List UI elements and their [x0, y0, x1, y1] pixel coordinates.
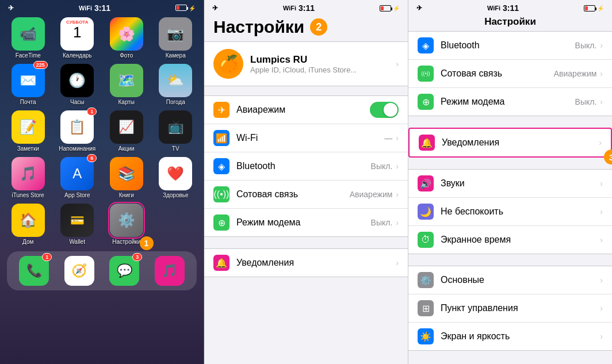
app-camera[interactable]: 📷 Камера — [154, 17, 198, 59]
detail-row-modem[interactable]: ⊕ Режим модема Выкл. › — [408, 88, 612, 116]
appstore-label: App Store — [64, 192, 90, 199]
detail-row-notif-highlighted[interactable]: 🔔 Уведомления › — [410, 129, 611, 156]
dock-music[interactable]: 🎵 — [155, 256, 185, 286]
detail-row-dnd[interactable]: 🌙 Не беспокоить › — [408, 198, 612, 226]
bluetooth-chevron: › — [396, 162, 399, 171]
stocks-icon: 📈 — [118, 120, 134, 135]
detail-group-notif-highlighted: 🔔 Уведомления › — [408, 128, 612, 158]
tv-label: TV — [172, 145, 179, 152]
calendar-date: 1 — [73, 25, 81, 40]
app-stocks[interactable]: 📈 Акции — [104, 110, 149, 152]
app-books[interactable]: 📚 Книги — [104, 157, 149, 199]
weather-label: Погода — [166, 99, 185, 106]
settings-row-cellular[interactable]: ((•)) Сотовая связь Авиарежим › — [204, 181, 408, 209]
detail-modem-chevron: › — [600, 97, 603, 106]
time-home: 3:11 — [94, 3, 110, 13]
time-p3: 3:11 — [503, 3, 519, 13]
app-clock[interactable]: 🕐 Часы — [55, 64, 100, 106]
detail-sound-chevron: › — [600, 179, 603, 188]
dock-messages[interactable]: 💬 3 — [109, 256, 139, 286]
detail-scroll[interactable]: ◈ Bluetooth Выкл. › ((•)) Сотовая связь … — [408, 31, 612, 364]
status-bar-settings: ✈ WiFi 3:11 ⚡ — [204, 0, 408, 14]
airplane-icon-p3: ✈ — [416, 4, 422, 12]
notif-row-icon: 🔔 — [213, 255, 230, 271]
cellular-chevron: › — [396, 190, 399, 199]
detail-row-control[interactable]: ⊞ Пункт управления › — [408, 294, 612, 323]
app-mail[interactable]: ✉️ 225 Почта — [6, 64, 51, 106]
settings-detail-title: Настройки — [484, 16, 536, 27]
appstore-badge: 6 — [87, 154, 97, 162]
app-facetime[interactable]: 📹 FaceTime — [6, 17, 51, 59]
app-photos[interactable]: 🌸 Фото — [104, 17, 149, 59]
settings-row-notif[interactable]: 🔔 Уведомления › — [204, 249, 408, 277]
time-p2: 3:11 — [299, 3, 315, 13]
app-reminders[interactable]: 📋 1 Напоминания — [55, 110, 100, 152]
facetime-label: FaceTime — [16, 52, 41, 59]
detail-row-general[interactable]: ⚙️ Основные › — [408, 266, 612, 294]
notif-row-label: Уведомления — [236, 258, 396, 268]
status-bar-detail: ✈ WiFi 3:11 ⚡ — [408, 0, 612, 14]
settings-row-modem[interactable]: ⊕ Режим модема Выкл. › — [204, 209, 408, 236]
detail-bluetooth-chevron: › — [600, 41, 603, 50]
settings-row-wifi[interactable]: 📶 Wi-Fi — › — [204, 124, 408, 152]
app-weather[interactable]: ⛅ Погода — [154, 64, 198, 106]
detail-screentime-label: Экранное время — [441, 235, 600, 245]
settings-row-airplane[interactable]: ✈ Авиарежим — [204, 96, 408, 124]
photos-label: Фото — [120, 52, 133, 59]
detail-sound-label: Звуки — [441, 178, 600, 189]
detail-bluetooth-icon: ◈ — [418, 37, 434, 53]
photos-icon: 🌸 — [118, 26, 135, 42]
detail-notif-chevron: › — [599, 138, 602, 147]
detail-screentime-chevron: › — [600, 235, 603, 244]
modem-chevron: › — [396, 218, 399, 227]
phone-icon: 📞 — [26, 263, 42, 278]
music-icon: 🎵 — [162, 263, 177, 278]
cellular-row-icon: ((•)) — [213, 186, 230, 202]
clock-icon: 🕐 — [68, 72, 86, 89]
app-itunes[interactable]: 🎵 iTunes Store — [6, 157, 51, 199]
wallet-label: Wallet — [70, 239, 85, 246]
detail-row-cellular[interactable]: ((•)) Сотовая связь Авиарежим › — [408, 60, 612, 88]
detail-modem-value: Выкл. — [575, 97, 597, 106]
app-wallet[interactable]: 💳 Wallet — [55, 204, 100, 246]
app-tv[interactable]: 📺 TV — [154, 110, 198, 152]
profile-row[interactable]: 🍊 Lumpics RU Apple ID, iCloud, iTunes St… — [204, 41, 408, 86]
detail-row-bluetooth[interactable]: ◈ Bluetooth Выкл. › — [408, 32, 612, 60]
settings-row-bluetooth[interactable]: ◈ Bluetooth Выкл. › — [204, 152, 408, 181]
app-home[interactable]: 🏠 Дом — [6, 204, 51, 246]
app-calendar[interactable]: СУББОТА 1 Календарь — [55, 17, 100, 59]
bluetooth-row-value: Выкл. — [371, 162, 393, 171]
app-notes[interactable]: 📝 Заметки — [6, 110, 51, 152]
airplane-toggle[interactable] — [370, 102, 399, 118]
detail-notif-icon: 🔔 — [419, 135, 435, 151]
mail-icon: ✉️ — [20, 72, 37, 89]
detail-notif-label: Уведомления — [442, 137, 599, 148]
profile-chevron: › — [396, 59, 399, 68]
mail-label: Почта — [20, 99, 36, 106]
settings-group-connectivity: ✈ Авиарежим 📶 Wi-Fi — › ◈ Bluetooth Выкл… — [204, 95, 408, 237]
detail-sound-icon: 🔊 — [418, 175, 434, 191]
dock-phone[interactable]: 📞 1 — [19, 256, 49, 286]
detail-display-chevron: › — [600, 332, 603, 341]
maps-label: Карты — [118, 99, 135, 106]
maps-icon: 🗺️ — [118, 72, 135, 89]
detail-cellular-chevron: › — [600, 69, 603, 78]
cellular-row-value: Авиарежим — [350, 190, 393, 199]
detail-row-sound[interactable]: 🔊 Звуки › — [408, 170, 612, 198]
detail-row-display[interactable]: ☀️ Экран и яркость › — [408, 323, 612, 350]
health-label: Здоровье — [163, 192, 189, 199]
app-health[interactable]: ❤️ Здоровье — [154, 157, 198, 199]
profile-avatar: 🍊 — [213, 49, 243, 79]
app-maps[interactable]: 🗺️ Карты — [104, 64, 149, 106]
wallet-icon: 💳 — [70, 213, 85, 227]
app-settings[interactable]: ⚙️ Настройки 1 — [104, 204, 149, 246]
settings-group-notifications: 🔔 Уведомления › — [204, 248, 408, 277]
dock-safari[interactable]: 🧭 — [64, 256, 94, 286]
settings-panel: ✈ WiFi 3:11 ⚡ Настройки 2 🍊 Lumpics RU A… — [204, 0, 408, 364]
app-appstore[interactable]: A 6 App Store — [55, 157, 100, 199]
airplane-icon-p2: ✈ — [212, 4, 218, 12]
detail-control-chevron: › — [600, 304, 603, 313]
settings-detail-panel: ✈ WiFi 3:11 ⚡ Настройки ◈ Bluetooth Выкл… — [408, 0, 612, 364]
detail-row-screentime[interactable]: ⏱ Экранное время › — [408, 226, 612, 254]
settings-scroll[interactable]: 🍊 Lumpics RU Apple ID, iCloud, iTunes St… — [204, 41, 408, 364]
